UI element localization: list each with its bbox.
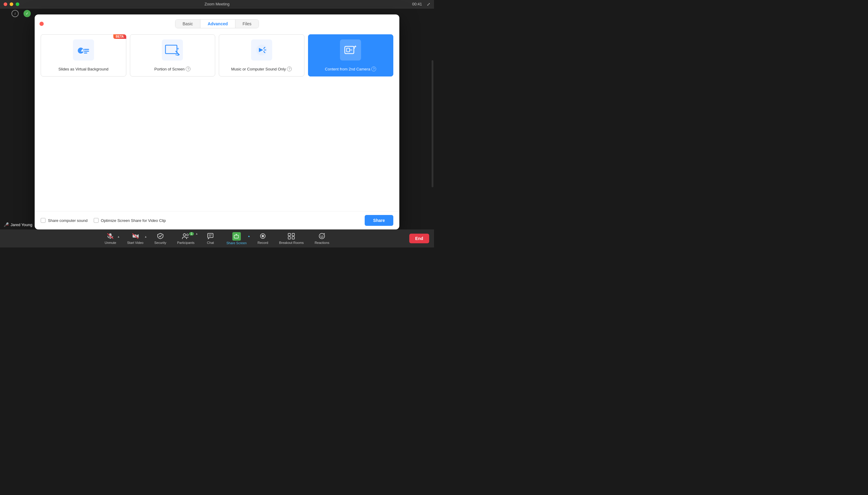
expand-icon[interactable]: ⤢ [427,2,430,6]
participants-icon [182,233,190,240]
toolbar-participants-label: Participants [177,241,194,244]
toolbar-security[interactable]: Security [149,231,172,246]
camera-info-icon[interactable]: ? [371,67,376,71]
toolbar-record-label: Record [257,241,268,244]
minimize-button[interactable] [10,2,13,6]
card-content-2nd-camera[interactable]: ↱ Content from 2nd Camera ? [308,34,394,76]
toolbar-chat-label: Chat [207,241,214,244]
shield-icon[interactable]: ✓ [23,10,31,17]
unmute-arrow[interactable]: ▲ [117,235,120,238]
card-camera-label: Content from 2nd Camera [325,67,370,71]
share-screen-modal: Basic Advanced Files BETA [35,15,399,229]
toolbar-breakout-label: Breakout Rooms [279,241,304,244]
tabs-container: Basic Advanced Files [175,19,259,28]
user-label-area: 🎤̶ Jared Young [4,222,32,227]
end-button[interactable]: End [409,234,429,243]
svg-point-40 [321,235,321,236]
window-title: Zoom Meeting [204,2,229,6]
svg-text:+: + [177,47,179,51]
svg-point-39 [319,233,325,239]
modal-close-button[interactable] [39,22,44,26]
optimize-video-checkbox-box[interactable] [94,218,99,223]
toolbar-breakout-rooms[interactable]: Breakout Rooms [274,231,309,246]
card-music-label: Music or Computer Sound Only [231,67,286,71]
portion-screen-icon: + [164,44,181,57]
unmute-icon [107,233,114,240]
top-icons-area: i ✓ [12,10,31,17]
info-icon[interactable]: i [12,10,19,17]
toolbar-share-screen[interactable]: Share Screen ▲ [221,231,252,246]
camera-icon: ↱ [342,44,359,57]
svg-rect-35 [288,233,291,236]
music-sound-icon [253,44,270,57]
slides-icon-area [73,39,94,61]
svg-text:↱: ↱ [353,45,357,50]
camera-icon-area: ↱ [340,39,361,61]
security-icon [157,233,164,240]
tab-files[interactable]: Files [235,20,259,28]
svg-rect-37 [288,237,291,239]
svg-rect-4 [165,45,177,54]
toolbar-record[interactable]: Record [252,231,273,246]
card-music-sound[interactable]: Music or Computer Sound Only ? [219,34,305,76]
svg-point-26 [183,234,186,236]
card-portion-label: Portion of Screen [154,67,184,71]
share-screen-arrow[interactable]: ▲ [248,235,250,238]
optimize-video-checkbox[interactable]: Optimize Screen Share for Video Clip [94,218,166,223]
scrollbar[interactable] [431,60,433,187]
toolbar-reactions-label: Reactions [315,241,329,244]
toolbar-unmute[interactable]: Unmute ▲ [99,231,122,246]
share-options-grid: BETA Slides as Virtual Background [41,34,393,76]
card-portion-of-screen[interactable]: + Portion of Screen ? [130,34,215,76]
portion-info-icon[interactable]: ? [186,67,191,71]
content-spacer [41,83,393,205]
share-button[interactable]: Share [365,215,393,226]
slides-icon [76,44,91,56]
reactions-icon [318,233,325,240]
window-controls[interactable] [4,2,19,6]
beta-badge: BETA [113,34,126,39]
toolbar-reactions[interactable]: Reactions [309,231,335,246]
tab-basic[interactable]: Basic [176,20,200,28]
toolbar-chat[interactable]: Chat [200,231,221,246]
participants-arrow[interactable]: ▲ [195,232,198,235]
maximize-button[interactable] [16,2,19,6]
modal-header: Basic Advanced Files [35,15,399,28]
svg-point-34 [262,235,264,237]
modal-footer: Share computer sound Optimize Screen Sha… [35,211,399,229]
toolbar-participants[interactable]: Participants ▲ 1 [172,231,200,246]
svg-marker-32 [235,234,237,235]
svg-rect-38 [292,237,294,239]
tab-advanced[interactable]: Advanced [200,20,235,28]
title-bar: Zoom Meeting 00:41 ⤢ [0,0,434,8]
toolbar-start-video[interactable]: Start Video ▲ [122,231,149,246]
portion-icon-area: + [162,39,183,61]
music-info-icon[interactable]: ? [287,67,292,71]
close-button[interactable] [4,2,7,6]
meeting-time: 00:41 [412,2,422,6]
toolbar-security-label: Security [154,241,166,244]
breakout-rooms-icon [288,233,295,240]
share-screen-icon [232,232,241,241]
share-sound-label: Share computer sound [48,218,88,223]
svg-point-27 [186,234,189,236]
user-mic-muted-icon: 🎤̶ [4,222,9,227]
toolbar-unmute-label: Unmute [104,241,116,244]
card-slides-virtual-bg[interactable]: BETA Slides as Virtual Background [41,34,126,76]
video-arrow[interactable]: ▲ [144,235,147,238]
toolbar-share-screen-label: Share Screen [226,241,247,245]
share-sound-checkbox-box[interactable] [41,218,46,223]
svg-point-41 [323,235,323,236]
toolbar-start-video-label: Start Video [127,241,144,244]
svg-rect-36 [292,233,294,236]
svg-rect-16 [347,48,349,52]
start-video-icon [132,233,138,240]
modal-content: BETA Slides as Virtual Background [35,28,399,211]
record-icon [260,233,266,240]
participants-count: 1 [189,232,194,236]
optimize-video-label: Optimize Screen Share for Video Clip [101,218,166,223]
chat-icon [207,233,214,240]
toolbar: Unmute ▲ Start Video ▲ Security [0,229,434,248]
share-computer-sound-checkbox[interactable]: Share computer sound [41,218,88,223]
svg-rect-30 [234,235,239,238]
